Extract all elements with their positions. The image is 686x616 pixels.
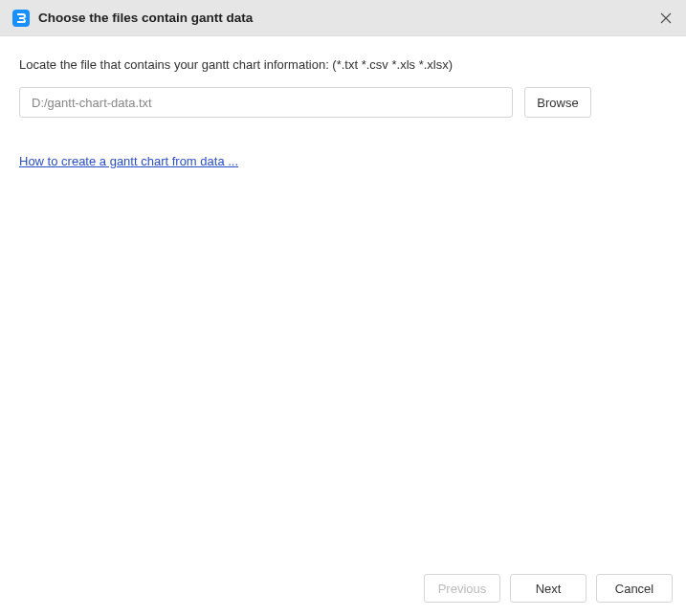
dialog-content: Locate the file that contains your gantt… xyxy=(0,36,686,561)
titlebar: Choose the files contain gantt data xyxy=(0,0,686,36)
browse-button[interactable]: Browse xyxy=(524,87,591,118)
dialog-footer: Previous Next Cancel xyxy=(0,561,686,616)
app-icon xyxy=(11,9,31,28)
file-path-input[interactable] xyxy=(19,87,513,118)
help-link[interactable]: How to create a gantt chart from data ..… xyxy=(19,154,238,168)
close-button[interactable] xyxy=(657,10,675,27)
next-button[interactable]: Next xyxy=(510,574,586,603)
dialog-title: Choose the files contain gantt data xyxy=(38,11,657,25)
previous-button: Previous xyxy=(424,574,500,603)
prompt-text: Locate the file that contains your gantt… xyxy=(19,57,667,72)
cancel-button[interactable]: Cancel xyxy=(596,574,673,603)
file-chooser-row: Browse xyxy=(19,87,667,118)
